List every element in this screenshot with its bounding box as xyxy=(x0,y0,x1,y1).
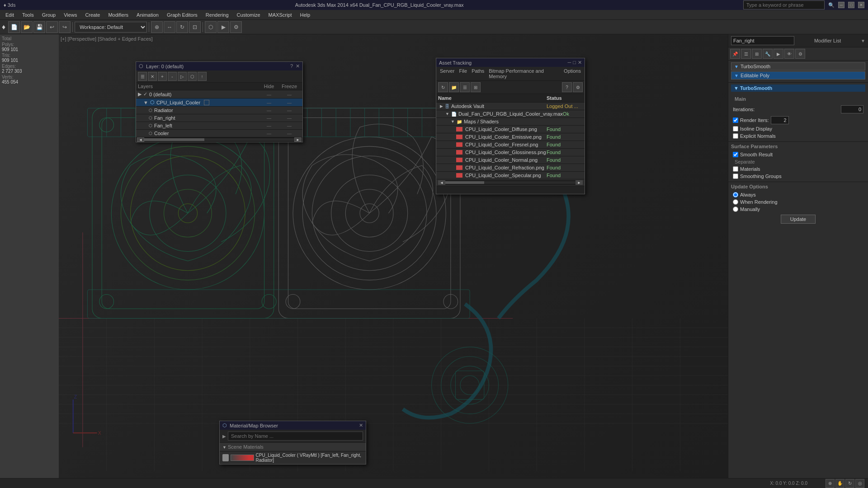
toolbar-redo[interactable]: ↪ xyxy=(59,21,71,33)
scroll-thumb[interactable] xyxy=(144,138,204,141)
layer-row-default[interactable]: ▶ ✓ 0 (default) — — xyxy=(136,90,302,99)
maximize-button[interactable]: □ xyxy=(848,2,854,8)
layer-btn-delete[interactable]: ✕ xyxy=(148,72,157,81)
search-icon[interactable]: 🔍 xyxy=(828,2,835,8)
asset-menu-file[interactable]: File xyxy=(457,68,469,80)
workspace-selector[interactable]: Workspace: Default xyxy=(75,22,147,33)
layer-btn-highlight[interactable]: ⬡ xyxy=(188,72,197,81)
toolbar-material-editor[interactable]: ⬡ xyxy=(205,21,217,33)
asset-scroll-left[interactable]: ◄ xyxy=(438,180,445,185)
scroll-right[interactable]: ► xyxy=(294,137,302,142)
asset-min-button[interactable]: ─ xyxy=(568,60,571,66)
layer-btn-create[interactable]: ☰ xyxy=(138,72,147,81)
material-search-input[interactable] xyxy=(228,432,363,441)
asset-menu-options[interactable]: Options xyxy=(562,68,583,80)
toolbar-open[interactable]: 📂 xyxy=(21,21,33,33)
menu-tools[interactable]: Tools xyxy=(19,11,38,19)
ts-iterations-input[interactable] xyxy=(841,105,863,113)
layer-row-cooler[interactable]: ⬡ Cooler — — xyxy=(136,130,302,137)
asset-row-normal[interactable]: CPU_Liquid_Cooler_Normal.png Found xyxy=(436,156,585,164)
material-browser-close[interactable]: ✕ xyxy=(359,422,363,428)
object-name-field[interactable] xyxy=(731,36,794,45)
asset-row-specular[interactable]: CPU_Liquid_Cooler_Specular.png Found xyxy=(436,172,585,179)
layer-row-cpu[interactable]: ▼ ⬡ CPU_Liquid_Cooler — — xyxy=(136,99,302,107)
prop-btn-hierarchy[interactable]: ⊞ xyxy=(752,49,762,59)
minimize-button[interactable]: ─ xyxy=(838,2,844,8)
asset-scroll-thumb[interactable] xyxy=(445,181,484,184)
menu-views[interactable]: Views xyxy=(60,11,80,19)
asset-row-emissive[interactable]: CPU_Liquid_Cooler_Emissive.png Found xyxy=(436,133,585,141)
status-btn-zoom[interactable]: ⊕ xyxy=(826,479,835,488)
materials-check[interactable] xyxy=(733,166,738,172)
modifier-turbosmooth[interactable]: ▼ TurboSmooth xyxy=(731,62,865,70)
menu-maxscript[interactable]: MAXScript xyxy=(265,11,296,19)
scroll-left[interactable]: ◄ xyxy=(137,137,144,142)
asset-btn-help[interactable]: ? xyxy=(562,82,572,92)
ts-render-iters-check[interactable] xyxy=(733,117,738,123)
asset-menu-bitmap[interactable]: Bitmap Performance and Memory xyxy=(487,68,561,80)
status-btn-pan[interactable]: ✋ xyxy=(835,479,844,488)
layer-btn-remove[interactable]: - xyxy=(168,72,177,81)
menu-create[interactable]: Create xyxy=(81,11,104,19)
prop-btn-select[interactable]: ☰ xyxy=(741,49,751,59)
layer-scrollbar[interactable]: ◄ ► xyxy=(136,137,302,142)
toolbar-new[interactable]: 📄 xyxy=(8,21,20,33)
layer-close-button[interactable]: ✕ xyxy=(296,63,300,69)
manually-radio[interactable] xyxy=(733,206,738,212)
layer-btn-select[interactable]: ▷ xyxy=(178,72,187,81)
menu-modifiers[interactable]: Modifiers xyxy=(104,11,132,19)
asset-row-maps[interactable]: ▼ 📁 Maps / Shaders xyxy=(436,118,585,126)
asset-row-diffuse[interactable]: CPU_Liquid_Cooler_Diffuse.png Found xyxy=(436,126,585,133)
toolbar-rotate[interactable]: ↻ xyxy=(176,21,188,33)
smooth-result-check[interactable] xyxy=(733,152,738,157)
toolbar-select[interactable]: ⊕ xyxy=(151,21,163,33)
status-btn-orbit[interactable]: ↻ xyxy=(845,479,854,488)
modifier-list-dropdown[interactable]: ▼ xyxy=(861,38,865,43)
asset-menu-server[interactable]: Server xyxy=(438,68,456,80)
prop-btn-motion[interactable]: ▶ xyxy=(774,49,783,59)
toolbar-render[interactable]: ▶ xyxy=(217,21,229,33)
ts-render-iters-input[interactable] xyxy=(771,116,789,124)
asset-row-vault[interactable]: ▶ 🗄 Autodesk Vault Logged Out ... xyxy=(436,103,585,110)
toolbar-move[interactable]: ↔ xyxy=(164,21,175,33)
menu-graph-editors[interactable]: Graph Editors xyxy=(163,11,201,19)
toolbar-render-settings[interactable]: ⚙ xyxy=(230,21,242,33)
asset-scrollbar[interactable]: ◄ ► xyxy=(438,180,583,185)
asset-btn-settings[interactable]: ⚙ xyxy=(573,82,583,92)
when-rendering-radio[interactable] xyxy=(733,199,738,205)
modifier-editablepoly[interactable]: ▼ Editable Poly xyxy=(731,71,865,80)
menu-help[interactable]: Help xyxy=(297,11,314,19)
menu-customize[interactable]: Customize xyxy=(233,11,264,19)
material-item-cpu[interactable]: CPU_Liquid_Cooler ( VRayMtl ) [Fan_left,… xyxy=(220,451,366,464)
prop-btn-utilities[interactable]: ⚙ xyxy=(795,49,805,59)
layer-help-button[interactable]: ? xyxy=(290,63,293,69)
menu-group[interactable]: Group xyxy=(38,11,60,19)
asset-btn-grid[interactable]: ⊞ xyxy=(471,82,481,92)
layer-btn-add[interactable]: + xyxy=(158,72,167,81)
search-input[interactable] xyxy=(743,0,825,9)
asset-row-glossiness[interactable]: CPU_Liquid_Cooler_Glossiness.png Found xyxy=(436,149,585,156)
prop-btn-display[interactable]: 👁 xyxy=(784,49,794,59)
prop-btn-modify[interactable]: 🔧 xyxy=(763,49,773,59)
asset-row-fresnel[interactable]: CPU_Liquid_Cooler_Fresnel.png Found xyxy=(436,141,585,149)
asset-btn-list[interactable]: ☰ xyxy=(460,82,470,92)
viewport[interactable]: Z X [+] [Perspective] [Shaded + Edged Fa… xyxy=(59,34,728,478)
asset-close-button[interactable]: ✕ xyxy=(578,60,582,66)
asset-row-max-file[interactable]: ▼ 📄 Dual_Fan_CPU_RGB_Liquid_Cooler_vray.… xyxy=(436,110,585,118)
material-scene-section[interactable]: ▼ Scene Materials xyxy=(220,443,366,451)
smoothing-groups-check[interactable] xyxy=(733,174,738,179)
ts-isoline-check[interactable] xyxy=(733,126,738,131)
menu-edit[interactable]: Edit xyxy=(2,11,18,19)
asset-max-button[interactable]: □ xyxy=(573,60,576,66)
toolbar-save[interactable]: 💾 xyxy=(33,21,45,33)
close-button[interactable]: ✕ xyxy=(858,2,864,8)
status-btn-fov[interactable]: ◎ xyxy=(855,479,864,488)
prop-btn-pin[interactable]: 📌 xyxy=(730,49,740,59)
update-button[interactable]: Update xyxy=(781,215,816,224)
menu-rendering[interactable]: Rendering xyxy=(202,11,232,19)
layer-row-radiator[interactable]: ⬡ Radiator — — xyxy=(136,107,302,114)
toolbar-undo[interactable]: ↩ xyxy=(46,21,58,33)
always-radio[interactable] xyxy=(733,192,738,197)
asset-scroll-right[interactable]: ► xyxy=(576,180,583,185)
menu-animation[interactable]: Animation xyxy=(133,11,162,19)
